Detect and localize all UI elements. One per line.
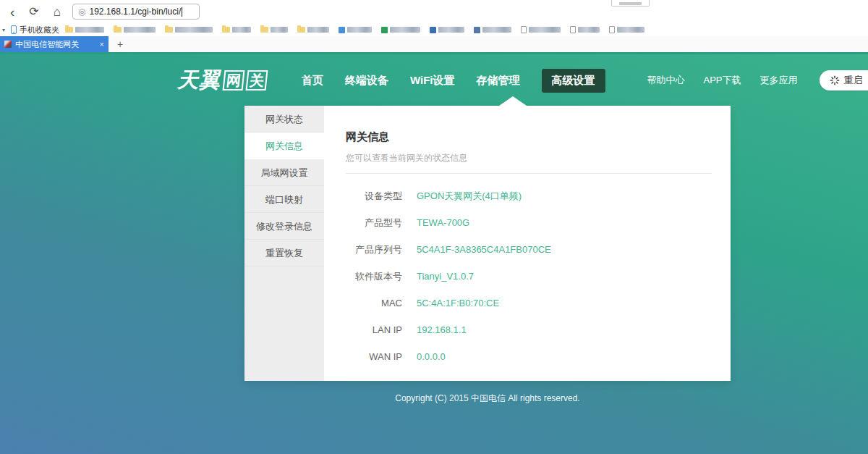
folder-icon xyxy=(65,27,73,33)
bookmark-item[interactable] xyxy=(381,27,420,33)
bookmarks-overflow-icon[interactable]: ▾ xyxy=(0,27,8,33)
field-row-lan-ip: LAN IP 192.168.1.1 xyxy=(346,316,712,343)
bookmark-item[interactable] xyxy=(165,27,213,33)
sidebar-item-lan-settings[interactable]: 局域网设置 xyxy=(244,159,324,186)
bookmark-item[interactable] xyxy=(114,27,156,33)
sidebar-item-change-login-info[interactable]: 修改登录信息 xyxy=(244,213,324,240)
link-app-download[interactable]: APP下载 xyxy=(704,74,741,87)
folder-icon xyxy=(297,27,305,33)
text-caret xyxy=(182,7,182,17)
bookmark-blur xyxy=(482,27,511,33)
back-icon[interactable]: ‹ xyxy=(3,5,22,19)
nav-advanced-settings[interactable]: 高级设置 xyxy=(542,69,605,93)
bookmark-item[interactable] xyxy=(474,27,511,33)
bookmark-item[interactable] xyxy=(339,27,372,33)
field-label: 设备类型 xyxy=(346,190,402,203)
bookmark-icon xyxy=(430,27,436,33)
link-more-apps[interactable]: 更多应用 xyxy=(760,74,798,87)
bookmark-phone-favorites[interactable]: 手机收藏夹 xyxy=(8,25,65,35)
page-title: 网关信息 xyxy=(346,130,712,144)
gateway-page: 天翼 网 关 首页 终端设备 WiFi设置 存储管理 高级设置 帮助中心 APP… xyxy=(0,54,868,454)
info-fields: 设备类型 GPON天翼网关(4口单频) 产品型号 TEWA-700G 产品序列号… xyxy=(346,182,712,370)
address-bar[interactable]: ◎ 192.168.1.1/cgi-bin/luci/ xyxy=(72,4,200,20)
bookmark-blur xyxy=(617,27,644,33)
sidebar-item-gateway-info[interactable]: 网关信息 xyxy=(244,133,324,159)
field-row-serial-number: 产品序列号 5C4A1F-3A8365C4A1FB070CE xyxy=(346,236,712,263)
field-row-software-version: 软件版本号 Tianyi_V1.0.7 xyxy=(346,263,712,290)
bookmark-blur xyxy=(271,27,288,33)
field-label: MAC xyxy=(346,298,402,308)
bookmark-label: 手机收藏夹 xyxy=(20,25,59,35)
field-label: WAN IP xyxy=(346,351,402,362)
field-row-mac: MAC 5C:4A:1F:B0:70:CE xyxy=(346,290,712,316)
folder-icon xyxy=(165,27,173,33)
title-divider xyxy=(346,173,712,174)
bookmark-item[interactable] xyxy=(430,27,464,33)
main-nav: 首页 终端设备 WiFi设置 存储管理 高级设置 xyxy=(302,69,605,93)
tianyi-gateway-logo: 天翼 网 关 xyxy=(177,66,267,95)
field-row-product-model: 产品型号 TEWA-700G xyxy=(346,209,712,236)
bookmark-blur xyxy=(232,27,251,33)
field-label: 软件版本号 xyxy=(346,270,402,283)
logo-text: 天翼 xyxy=(177,66,221,95)
bookmark-blur xyxy=(307,27,329,33)
header-links: 帮助中心 APP下载 更多应用 xyxy=(647,74,798,87)
gateway-header: 天翼 网 关 首页 终端设备 WiFi设置 存储管理 高级设置 帮助中心 APP… xyxy=(0,54,868,96)
restart-spinner-icon xyxy=(830,75,840,85)
bookmark-blur xyxy=(175,27,213,33)
field-value: 192.168.1.1 xyxy=(417,324,467,335)
tab-active[interactable]: 中国电信智能网关 × xyxy=(0,36,109,52)
tooltip-smudge xyxy=(619,2,642,5)
page-icon xyxy=(609,26,615,33)
field-value: 0.0.0.0 xyxy=(417,351,446,362)
bookmark-blur xyxy=(75,27,104,33)
nav-storage-management[interactable]: 存储管理 xyxy=(477,74,520,88)
gateway-info-content: 网关信息 您可以查看当前网关的状态信息 设备类型 GPON天翼网关(4口单频) … xyxy=(324,106,731,381)
new-tab-icon[interactable]: + xyxy=(109,36,132,52)
bookmark-blur xyxy=(390,27,420,33)
bookmark-item[interactable] xyxy=(521,26,561,33)
folder-icon xyxy=(260,27,268,33)
settings-panel: 网关状态 网关信息 局域网设置 端口映射 修改登录信息 重置恢复 网关信息 您可… xyxy=(244,106,731,381)
sidebar-item-port-mapping[interactable]: 端口映射 xyxy=(244,186,324,213)
page-icon xyxy=(521,26,527,33)
bookmark-item[interactable] xyxy=(260,27,288,33)
bookmark-item[interactable] xyxy=(609,26,644,33)
field-value: TEWA-700G xyxy=(417,217,469,228)
sidebar-item-gateway-status[interactable]: 网关状态 xyxy=(244,106,324,133)
bookmark-blur xyxy=(347,27,372,33)
bookmark-blur xyxy=(438,27,464,33)
field-label: LAN IP xyxy=(346,324,402,335)
sidebar-item-reset-restore[interactable]: 重置恢复 xyxy=(244,240,324,266)
field-label: 产品序列号 xyxy=(346,243,402,256)
tab-bar: 中国电信智能网关 × + xyxy=(0,36,868,52)
bookmark-item[interactable] xyxy=(222,27,251,33)
bookmark-item[interactable] xyxy=(65,27,104,33)
home-icon[interactable]: ⌂ xyxy=(46,6,68,18)
address-url[interactable]: 192.168.1.1/cgi-bin/luci/ xyxy=(90,7,182,17)
bookmark-icon xyxy=(339,27,345,33)
bookmark-item[interactable] xyxy=(297,27,329,33)
reload-icon[interactable]: ⟳ xyxy=(22,6,46,17)
field-row-device-type: 设备类型 GPON天翼网关(4口单频) xyxy=(346,182,712,209)
nav-terminal-devices[interactable]: 终端设备 xyxy=(345,74,388,88)
tab-title: 中国电信智能网关 xyxy=(15,39,95,50)
field-value: GPON天翼网关(4口单频) xyxy=(417,190,522,203)
bookmark-icon xyxy=(381,27,388,33)
header-action-pill: 重启 退出 xyxy=(820,70,868,91)
nav-wifi-settings[interactable]: WiFi设置 xyxy=(410,74,455,88)
bookmark-item[interactable] xyxy=(570,26,600,33)
tab-close-icon[interactable]: × xyxy=(95,40,104,49)
settings-sidebar: 网关状态 网关信息 局域网设置 端口映射 修改登录信息 重置恢复 xyxy=(244,106,324,381)
field-value: 5C:4A:1F:B0:70:CE xyxy=(417,298,499,308)
logo-box-char: 关 xyxy=(246,70,268,91)
restart-button[interactable]: 重启 xyxy=(830,74,863,87)
field-label: 产品型号 xyxy=(346,217,402,230)
logo-box-char: 网 xyxy=(223,70,245,91)
site-badge-icon[interactable]: ◎ xyxy=(78,7,85,17)
nav-home[interactable]: 首页 xyxy=(302,74,323,88)
field-value: 5C4A1F-3A8365C4A1FB070CE xyxy=(417,244,551,255)
bookmark-blur xyxy=(529,27,561,33)
link-help-center[interactable]: 帮助中心 xyxy=(647,74,685,87)
panel-caret xyxy=(499,96,527,106)
